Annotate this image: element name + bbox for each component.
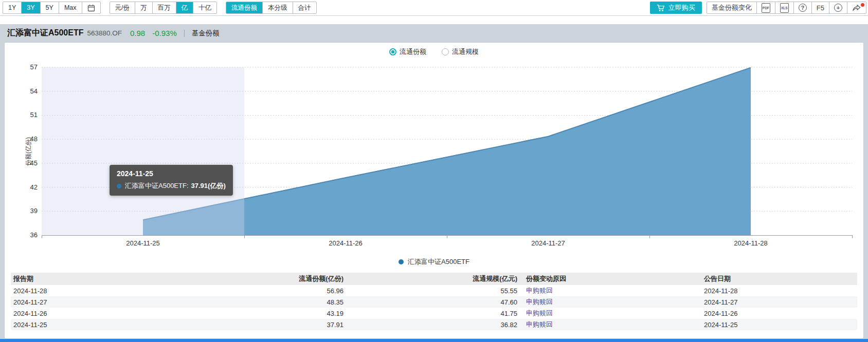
fund-share-panel: 流通份额 流通规模 份额(亿份) 5754514845423936 2024-1…: [4, 42, 864, 339]
unit-yuan-button[interactable]: 元/份: [110, 2, 135, 13]
share-history-table-wrap: 报告期 流通份额(亿份) 流通规模(亿元) 份额变动原因 公告日期 2024-1…: [11, 273, 857, 330]
table-cell: 48.35: [186, 296, 346, 308]
title-divider: [184, 30, 185, 37]
window-button-group: 基金份额变化 PDF XLS ? F5 +: [707, 2, 866, 14]
mode-this-class-button[interactable]: 本分级: [262, 2, 293, 13]
y-tick-label: 51: [16, 111, 38, 119]
table-cell: 2024-11-26: [11, 308, 186, 319]
table-header-row: 报告期 流通份额(亿份) 流通规模(亿元) 份额变动原因 公告日期: [11, 273, 857, 285]
reason-link[interactable]: 申购赎回: [520, 296, 698, 308]
table-row[interactable]: 2024-11-2856.9655.55申购赎回2024-11-28: [11, 285, 857, 296]
radio-circulating-scale[interactable]: 流通规模: [442, 47, 479, 56]
series-dot-icon: [117, 184, 121, 188]
y-tick-label: 48: [16, 135, 38, 143]
table-cell: 2024-11-28: [11, 285, 186, 296]
mode-total-button[interactable]: 合计: [293, 2, 316, 13]
add-button[interactable]: +: [829, 2, 847, 13]
table-row[interactable]: 2024-11-2537.9136.82申购赎回2024-11-25: [11, 319, 857, 330]
col-report-date: 报告期: [11, 273, 186, 285]
table-cell: 2024-11-28: [698, 285, 857, 296]
mode-circulating-share-button[interactable]: 流通份额: [226, 2, 262, 13]
x-tick-label: 2024-11-25: [107, 239, 179, 247]
y-tick-label: 54: [16, 87, 38, 96]
plot-svg: [42, 67, 852, 239]
col-change-reason: 份额变动原因: [520, 273, 698, 285]
notification-dot: [861, 3, 864, 7]
export-xls-button[interactable]: XLS: [775, 2, 793, 13]
table-cell: 2024-11-27: [11, 296, 186, 308]
legend-dot-icon: [399, 259, 404, 264]
page-title: 基金份额: [192, 29, 220, 38]
y-tick-label: 57: [16, 63, 38, 71]
unit-yi-button[interactable]: 亿: [176, 2, 193, 13]
unit-shiyi-button[interactable]: 十亿: [193, 2, 216, 13]
reason-link[interactable]: 申购赎回: [520, 308, 698, 319]
table-cell: 41.75: [346, 308, 520, 319]
share-arrow-icon: [852, 4, 861, 12]
fund-name: 汇添富中证A500ETF: [7, 28, 83, 39]
export-pdf-button[interactable]: PDF: [756, 2, 775, 13]
table-cell: 2024-11-25: [11, 319, 186, 330]
col-circulating-scale: 流通规模(亿元): [346, 273, 520, 285]
help-button[interactable]: ?: [793, 2, 811, 13]
x-tick-label: 2024-11-28: [715, 239, 787, 247]
table-row[interactable]: 2024-11-2643.1941.75申购赎回2024-11-26: [11, 308, 857, 319]
y-axis-ticks: 5754514845423936: [16, 67, 38, 235]
share-area-chart[interactable]: 份额(亿份) 5754514845423936 2024-11-252024-1…: [42, 67, 852, 235]
calendar-button[interactable]: [82, 2, 100, 13]
y-tick-label: 42: [16, 183, 38, 192]
calendar-icon: [87, 4, 95, 12]
range-button-group: 1Y 3Y 5Y Max: [3, 2, 101, 14]
buy-now-button[interactable]: 立即购买: [650, 2, 702, 14]
reason-link[interactable]: 申购赎回: [520, 285, 698, 296]
table-cell: 36.82: [346, 319, 520, 330]
pdf-icon: PDF: [762, 3, 770, 13]
radio-circulating-share[interactable]: 流通份额: [389, 47, 426, 56]
table-cell: 2024-11-25: [698, 319, 857, 330]
unit-wan-button[interactable]: 万: [135, 2, 152, 13]
range-5y-button[interactable]: 5Y: [40, 2, 59, 13]
legend-series-name: 汇添富中证A500ETF: [408, 257, 469, 267]
buy-now-label: 立即购买: [668, 3, 695, 12]
range-3y-button[interactable]: 3Y: [21, 2, 40, 13]
help-icon: ?: [799, 4, 807, 12]
table-cell: 43.19: [186, 308, 346, 319]
fund-title-bar: 汇添富中证A500ETF 563880.OF 0.98 -0.93% 基金份额: [0, 24, 868, 42]
table-row[interactable]: 2024-11-2748.3547.60申购赎回2024-11-27: [11, 296, 857, 308]
plus-icon: +: [834, 4, 842, 12]
hover-band: [42, 67, 244, 235]
unit-baiwan-button[interactable]: 百万: [152, 2, 176, 13]
fund-change-pct: -0.93%: [152, 29, 177, 37]
radio-off-icon: [442, 48, 449, 55]
range-1y-button[interactable]: 1Y: [3, 2, 21, 13]
table-cell: 56.96: [186, 285, 346, 296]
radio-label: 流通份额: [400, 47, 426, 56]
fund-share-change-button[interactable]: 基金份额变化: [707, 2, 756, 13]
refresh-f5-button[interactable]: F5: [811, 2, 829, 13]
xls-icon: XLS: [780, 3, 789, 13]
share-history-table: 报告期 流通份额(亿份) 流通规模(亿元) 份额变动原因 公告日期 2024-1…: [11, 273, 857, 330]
tooltip-value: 37.91(亿份): [191, 181, 226, 191]
radio-on-icon: [389, 48, 396, 55]
fund-price: 0.98: [130, 29, 145, 37]
reason-link[interactable]: 申购赎回: [520, 319, 698, 330]
tooltip-series-label: 汇添富中证A500ETF:: [125, 181, 189, 191]
y-tick-label: 45: [16, 159, 38, 167]
chart-tooltip: 2024-11-25 汇添富中证A500ETF: 37.91(亿份): [110, 165, 233, 196]
radio-label: 流通规模: [452, 47, 479, 56]
chart-legend[interactable]: 汇添富中证A500ETF: [5, 257, 863, 267]
toolbar-right: 立即购买 基金份额变化 PDF XLS ? F5 +: [650, 2, 866, 14]
table-cell: 2024-11-27: [698, 296, 857, 308]
share-button[interactable]: [847, 2, 866, 13]
top-toolbar: 1Y 3Y 5Y Max 元/份 万 百万 亿 十亿 流通份额 本分级 合计: [0, 0, 868, 16]
col-circulating-share: 流通份额(亿份): [186, 273, 346, 285]
x-axis-labels: 2024-11-252024-11-262024-11-272024-11-28: [42, 239, 852, 249]
mode-button-group: 流通份额 本分级 合计: [226, 2, 317, 14]
table-cell: 47.60: [346, 296, 520, 308]
unit-button-group: 元/份 万 百万 亿 十亿: [110, 2, 217, 14]
y-tick-label: 39: [16, 207, 38, 215]
tooltip-date: 2024-11-25: [117, 169, 226, 178]
cart-icon: [657, 4, 665, 12]
range-max-button[interactable]: Max: [59, 2, 82, 13]
table-cell: 2024-11-26: [698, 308, 857, 319]
